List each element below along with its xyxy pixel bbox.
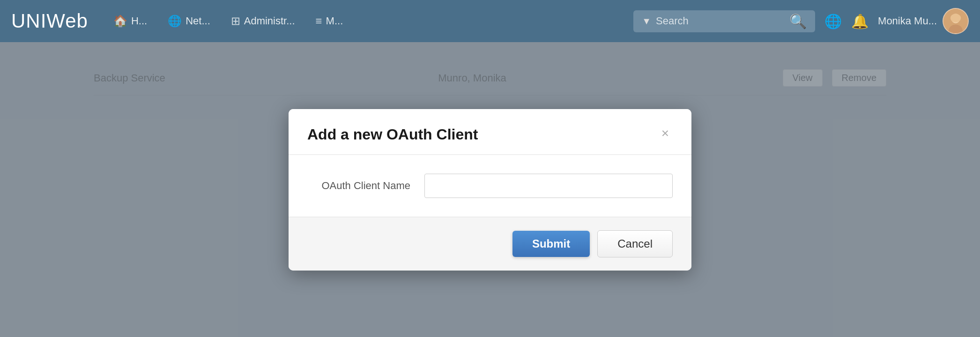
bell-icon[interactable]: 🔔 [851, 13, 869, 29]
nav-menu[interactable]: ≡ M... [307, 11, 352, 31]
search-input[interactable] [656, 15, 785, 27]
admin-icon: ⊞ [231, 15, 240, 28]
modal-dialog: Add a new OAuth Client × OAuth Client Na… [289, 109, 691, 271]
app-brand: UNIWeb [11, 10, 88, 32]
search-dropdown-icon[interactable]: ▼ [642, 16, 651, 27]
menu-icon: ≡ [316, 15, 322, 28]
avatar-image [943, 8, 968, 34]
submit-button[interactable]: Submit [512, 231, 590, 257]
nav-home[interactable]: 🏠 H... [105, 11, 156, 31]
network-icon: 🌐 [168, 15, 182, 28]
user-name: Monika Mu... [878, 15, 937, 27]
modal-overlay: Add a new OAuth Client × OAuth Client Na… [0, 42, 980, 337]
user-profile[interactable]: Monika Mu... [878, 8, 969, 34]
svg-point-3 [950, 14, 961, 22]
oauth-client-name-input[interactable] [424, 174, 673, 198]
nav-home-label: H... [131, 15, 147, 27]
home-icon: 🏠 [113, 15, 127, 28]
nav-admin[interactable]: ⊞ Administr... [223, 11, 304, 31]
modal-header: Add a new OAuth Client × [289, 109, 691, 155]
avatar [943, 8, 969, 34]
search-icon[interactable]: 🔍 [789, 13, 807, 29]
nav-network[interactable]: 🌐 Net... [159, 11, 219, 31]
nav-menu-label: M... [326, 15, 343, 27]
globe-icon[interactable]: 🌐 [824, 13, 842, 29]
search-box[interactable]: ▼ 🔍 [633, 10, 815, 32]
nav-admin-label: Administr... [244, 15, 295, 27]
page-background: Backup Service Munro, Monika View Remove… [0, 42, 980, 337]
navbar: UNIWeb 🏠 H... 🌐 Net... ⊞ Administr... ≡ … [0, 0, 980, 42]
cancel-button[interactable]: Cancel [597, 230, 673, 257]
modal-title: Add a new OAuth Client [307, 126, 478, 143]
nav-network-label: Net... [186, 15, 210, 27]
modal-close-button[interactable]: × [658, 126, 673, 141]
modal-body: OAuth Client Name [289, 155, 691, 217]
modal-footer: Submit Cancel [289, 217, 691, 271]
nav-links: 🏠 H... 🌐 Net... ⊞ Administr... ≡ M... [105, 11, 633, 31]
navbar-right: ▼ 🔍 🌐 🔔 Monika Mu... [633, 8, 969, 34]
oauth-client-name-label: OAuth Client Name [307, 180, 410, 192]
